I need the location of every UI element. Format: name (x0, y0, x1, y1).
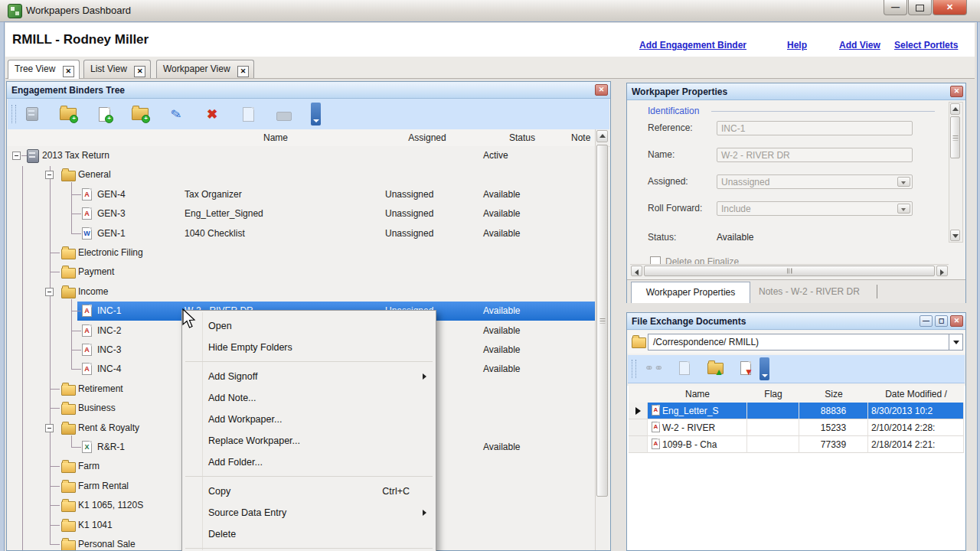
cell-flag[interactable] (747, 419, 799, 436)
cell-date[interactable]: 2/10/2014 2:28: (868, 419, 964, 436)
menu-item-copy[interactable]: CopyCtrl+C (184, 481, 434, 502)
add-folder-icon[interactable]: + (128, 103, 152, 125)
tab-tree-view[interactable]: Tree View ✕ (8, 60, 80, 79)
tab-workpaper-properties[interactable]: Workpaper Properties (631, 282, 750, 303)
menu-item-open[interactable]: Open (184, 315, 434, 337)
add-engagement-binder-link[interactable]: Add Engagement Binder (639, 40, 746, 51)
panel-minimize-icon[interactable]: — (920, 315, 933, 327)
tree-row[interactable]: WGEN-11040 ChecklistUnassignedAvailable (7, 224, 595, 243)
download-icon[interactable]: ▼ (733, 357, 758, 379)
dropdown-arrow-icon[interactable] (897, 204, 910, 214)
row-selector-cell[interactable] (629, 419, 648, 436)
column-header-name[interactable]: Name (230, 132, 322, 143)
scroll-thumb[interactable] (950, 116, 960, 158)
toolbar-overflow-button[interactable] (311, 103, 321, 126)
maximize-button[interactable] (908, 0, 932, 15)
row-selector-cell[interactable] (629, 436, 648, 453)
tab-close-icon[interactable]: ✕ (63, 66, 74, 77)
scroll-thumb[interactable] (644, 266, 935, 276)
row-selector-cell[interactable] (629, 403, 648, 419)
field-dropdown[interactable]: Include (717, 201, 913, 216)
cell-name[interactable]: AW-2 - RIVER (648, 419, 747, 436)
field-input[interactable]: INC-1 (717, 121, 913, 135)
menu-item-add-workpaper[interactable]: Add Workpaper... (184, 409, 434, 430)
tree-row[interactable]: Electronic Filing (7, 243, 595, 262)
cell-name[interactable]: AEng_Letter_S (648, 403, 747, 419)
cell-size[interactable]: 15233 (799, 419, 868, 436)
scroll-left-button[interactable] (631, 266, 642, 276)
menu-item-source-data-entry[interactable]: Source Data Entry (184, 502, 434, 523)
help-link[interactable]: Help (787, 40, 807, 51)
menu-item-add-folder[interactable]: Add Folder... (184, 452, 434, 473)
context-menu: OpenHide Empty FoldersAdd SignoffAdd Not… (181, 310, 436, 551)
cell-flag[interactable] (747, 436, 799, 453)
scroll-right-button[interactable] (936, 266, 948, 276)
cell-flag[interactable] (747, 403, 799, 419)
file-name-label: Eng_Letter_S (662, 406, 718, 416)
tab-list-view[interactable]: List View ✕ (83, 60, 151, 78)
cell-name[interactable]: A1099-B - Cha (648, 436, 747, 453)
grid-column-header-date[interactable]: Date Modified / (868, 386, 964, 403)
panel-restore-icon[interactable]: ◻ (935, 315, 948, 327)
cell-date[interactable]: 2/18/2014 2:21: (868, 436, 964, 453)
tree-connector-line (50, 525, 60, 526)
tree-row[interactable]: Payment (7, 262, 595, 282)
path-combo-input[interactable]: /Correspondence/ RMILL) (648, 334, 949, 350)
tree-panel-header: Engagement Binders Tree (7, 82, 610, 99)
tree-row[interactable]: AGEN-4Tax OrganizerUnassignedAvailable (7, 185, 595, 204)
tree-expander-icon[interactable] (12, 152, 21, 160)
scroll-up-button[interactable] (596, 130, 608, 142)
tree-expander-icon[interactable] (45, 288, 54, 296)
properties-panel-close-icon[interactable]: ✕ (950, 86, 963, 97)
properties-horizontal-scrollbar[interactable] (630, 264, 949, 278)
tree-expander-icon[interactable] (45, 171, 54, 179)
scroll-up-button[interactable] (950, 103, 960, 115)
menu-item-delete[interactable]: Delete (184, 523, 434, 545)
dropdown-arrow-icon[interactable] (897, 177, 910, 187)
close-button[interactable]: ✕ (933, 0, 967, 15)
tree-row[interactable]: 2013 Tax ReturnActive (7, 146, 595, 165)
menu-item-replace-workpaper[interactable]: Replace Workpaper... (184, 430, 434, 452)
grid-column-header-name[interactable]: Name (648, 386, 747, 403)
path-dropdown-button[interactable] (949, 334, 963, 350)
field-input[interactable]: W-2 - RIVER DR (717, 148, 913, 162)
scroll-thumb[interactable] (596, 145, 608, 497)
tab-close-icon[interactable]: ✕ (134, 66, 145, 77)
cell-size[interactable]: 88836 (799, 403, 868, 419)
grid-column-header-flag[interactable]: Flag (747, 386, 799, 403)
tree-panel-close-icon[interactable]: ✕ (595, 84, 608, 96)
tree-connector-line (21, 155, 27, 156)
properties-vertical-scrollbar[interactable] (949, 102, 963, 243)
file-exchange-documents-panel: File Exchange Documents — ◻ ✕ /Correspon… (626, 312, 966, 551)
tab-workpaper-view[interactable]: Workpaper View ✕ (156, 60, 254, 78)
tree-vertical-scrollbar[interactable] (595, 129, 609, 550)
grid-column-header-size[interactable]: Size (799, 386, 868, 403)
menu-item-add-note[interactable]: Add Note... (184, 387, 434, 409)
tree-row[interactable]: AGEN-3Eng_Letter_SignedUnassignedAvailab… (7, 204, 595, 223)
add-workpaper-icon[interactable]: + (92, 103, 116, 125)
add-view-link[interactable]: Add View (839, 40, 880, 51)
add-binder-icon[interactable]: + (56, 103, 80, 125)
edit-pen-icon[interactable]: ✎ (164, 103, 188, 125)
minimize-button[interactable]: — (884, 0, 907, 15)
menu-item-hide-empty-folders[interactable]: Hide Empty Folders (184, 337, 434, 358)
upload-icon[interactable]: ▲ (703, 357, 727, 379)
tab-close-icon[interactable]: ✕ (237, 66, 249, 77)
column-header-assigned[interactable]: Assigned (381, 132, 473, 143)
folder-icon (61, 540, 76, 550)
cell-size[interactable]: 77339 (799, 436, 868, 453)
menu-item-add-signoff[interactable]: Add Signoff (184, 366, 434, 387)
panel-close-icon[interactable]: ✕ (950, 315, 963, 327)
tree-row[interactable]: Income (7, 282, 595, 302)
scroll-down-button[interactable] (950, 230, 960, 241)
tree-row[interactable]: General (7, 165, 595, 184)
column-header-status[interactable]: Status (480, 132, 564, 143)
select-portlets-link[interactable]: Select Portlets (894, 40, 958, 51)
field-dropdown[interactable]: Unassigned (717, 174, 913, 189)
delete-icon[interactable]: ✖ (200, 103, 224, 125)
tree-expander-icon[interactable] (45, 424, 54, 432)
toolbar-overflow-button[interactable] (760, 357, 769, 380)
tab-notes[interactable]: Notes - W-2 - RIVER DR (759, 286, 860, 297)
cell-date[interactable]: 8/30/2013 10:2 (868, 403, 964, 419)
menu-item-label: Add Workpaper... (208, 409, 282, 430)
